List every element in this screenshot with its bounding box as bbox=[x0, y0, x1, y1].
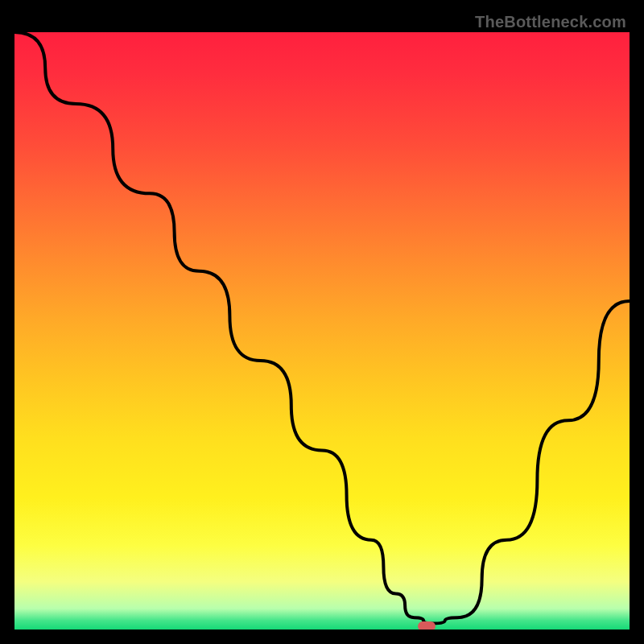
optimum-marker bbox=[418, 621, 436, 630]
plot-area bbox=[14, 32, 630, 630]
chart-frame: TheBottleneck.com bbox=[14, 14, 630, 630]
bottleneck-curve bbox=[14, 32, 630, 630]
watermark-text: TheBottleneck.com bbox=[475, 13, 626, 31]
